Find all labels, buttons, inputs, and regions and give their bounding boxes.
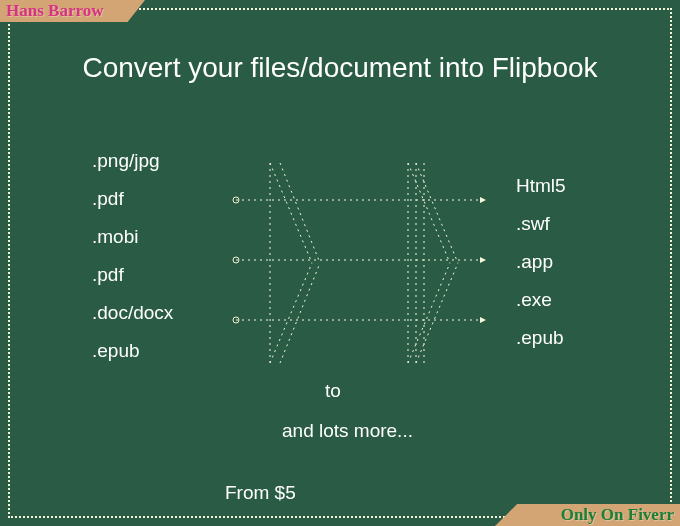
- flow-diagram: [230, 158, 490, 368]
- svg-line-18: [416, 163, 458, 263]
- price-label: From $5: [225, 482, 296, 504]
- output-format: .epub: [516, 327, 566, 349]
- output-format: .swf: [516, 213, 566, 235]
- svg-line-13: [280, 263, 320, 363]
- more-label: and lots more...: [282, 420, 413, 442]
- input-format: .pdf: [92, 264, 173, 286]
- input-format: .pdf: [92, 188, 173, 210]
- svg-point-1: [233, 197, 239, 203]
- svg-point-4: [233, 257, 239, 263]
- svg-marker-2: [480, 197, 486, 203]
- svg-line-19: [416, 263, 458, 363]
- svg-point-7: [233, 317, 239, 323]
- svg-line-15: [408, 163, 450, 263]
- author-name: Hans Barrow: [6, 1, 103, 21]
- input-format: .epub: [92, 340, 173, 362]
- to-label: to: [325, 380, 341, 402]
- input-format: .mobi: [92, 226, 173, 248]
- input-format: .doc/docx: [92, 302, 173, 324]
- author-badge: Hans Barrow: [0, 0, 145, 22]
- output-format: .exe: [516, 289, 566, 311]
- output-format: .app: [516, 251, 566, 273]
- platform-badge: Only On Fiverr: [495, 504, 680, 526]
- input-formats-list: .png/jpg .pdf .mobi .pdf .doc/docx .epub: [92, 150, 173, 378]
- svg-line-10: [270, 163, 312, 263]
- svg-line-11: [270, 263, 312, 363]
- output-formats-list: Html5 .swf .app .exe .epub: [516, 175, 566, 365]
- svg-line-16: [408, 263, 450, 363]
- svg-line-12: [280, 163, 320, 263]
- svg-marker-5: [480, 257, 486, 263]
- input-format: .png/jpg: [92, 150, 173, 172]
- platform-name: Only On Fiverr: [561, 505, 674, 525]
- output-format: Html5: [516, 175, 566, 197]
- svg-marker-8: [480, 317, 486, 323]
- page-title: Convert your files/document into Flipboo…: [0, 52, 680, 84]
